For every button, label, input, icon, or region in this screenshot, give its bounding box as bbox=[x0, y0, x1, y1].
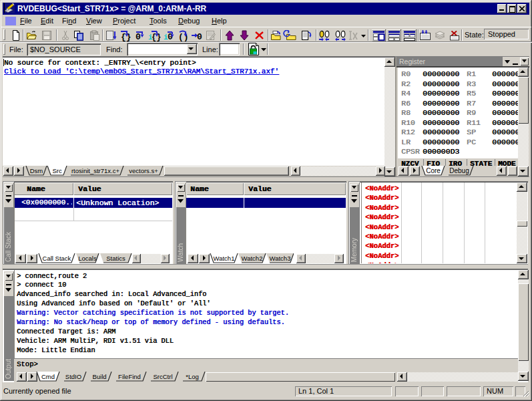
svg-text:Core: Core bbox=[426, 167, 441, 174]
svg-text:Dsm: Dsm bbox=[30, 167, 43, 174]
svg-text:Src: Src bbox=[52, 167, 62, 174]
svg-text:Locals: Locals bbox=[78, 255, 97, 262]
svg-text:Build: Build bbox=[92, 373, 106, 380]
svg-text:Watch3: Watch3 bbox=[270, 255, 291, 262]
svg-text:*Log: *Log bbox=[186, 373, 199, 380]
svg-text:Debug: Debug bbox=[449, 167, 469, 174]
svg-text:Call Stack: Call Stack bbox=[43, 255, 71, 262]
svg-text:SrcCtrl: SrcCtrl bbox=[153, 373, 172, 380]
svg-text:vectors.s+: vectors.s+ bbox=[129, 167, 158, 174]
svg-text:FileFind: FileFind bbox=[118, 373, 141, 380]
svg-text:StdIO: StdIO bbox=[65, 373, 81, 380]
svg-text:Watch2: Watch2 bbox=[242, 255, 263, 262]
svg-text:Watch1: Watch1 bbox=[214, 255, 235, 262]
svg-text:rtosinit_str71x.c+: rtosinit_str71x.c+ bbox=[71, 167, 120, 174]
svg-text:Statics: Statics bbox=[106, 255, 125, 262]
svg-text:Cmd: Cmd bbox=[41, 373, 55, 380]
